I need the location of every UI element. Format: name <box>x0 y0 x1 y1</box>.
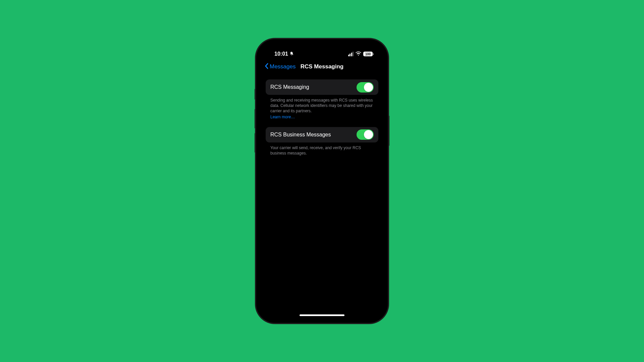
status-right: 100 <box>348 51 374 57</box>
status-left: 10:01 <box>274 51 294 57</box>
bell-slash-icon <box>289 51 294 57</box>
wifi-icon <box>356 51 361 57</box>
rcs-messaging-footer-text: Sending and receiving messages with RCS … <box>270 98 373 113</box>
battery-level: 100 <box>363 52 373 56</box>
chevron-left-icon <box>264 63 269 71</box>
side-button <box>255 133 256 153</box>
toggle-knob <box>364 130 373 139</box>
status-bar: 10:01 100 <box>260 43 384 60</box>
rcs-business-footer: Your carrier will send, receive, and ver… <box>266 142 378 156</box>
battery-icon: 100 <box>363 52 374 56</box>
side-button <box>255 109 256 128</box>
learn-more-link[interactable]: Learn more… <box>270 114 374 120</box>
toggle-knob <box>364 83 373 92</box>
back-button[interactable]: Messages <box>264 63 296 71</box>
side-button <box>388 116 389 146</box>
rcs-messaging-label: RCS Messaging <box>270 84 309 90</box>
phone-frame: 10:01 100 <box>256 39 388 323</box>
rcs-business-footer-text: Your carrier will send, receive, and ver… <box>270 145 361 156</box>
side-button <box>255 89 256 100</box>
rcs-business-row[interactable]: RCS Business Messages <box>266 127 378 142</box>
home-indicator[interactable] <box>300 314 344 316</box>
rcs-business-label: RCS Business Messages <box>270 132 331 138</box>
cellular-icon <box>348 52 354 56</box>
phone-screen: 10:01 100 <box>260 43 384 319</box>
navigation-bar: Messages RCS Messaging <box>260 60 384 73</box>
rcs-messaging-footer: Sending and receiving messages with RCS … <box>266 95 378 120</box>
back-label: Messages <box>270 63 296 70</box>
content-area: RCS Messaging Sending and receiving mess… <box>260 73 384 156</box>
rcs-messaging-toggle[interactable] <box>357 82 374 93</box>
rcs-messaging-row[interactable]: RCS Messaging <box>266 79 378 95</box>
rcs-business-toggle[interactable] <box>357 129 374 140</box>
status-time: 10:01 <box>274 51 288 57</box>
